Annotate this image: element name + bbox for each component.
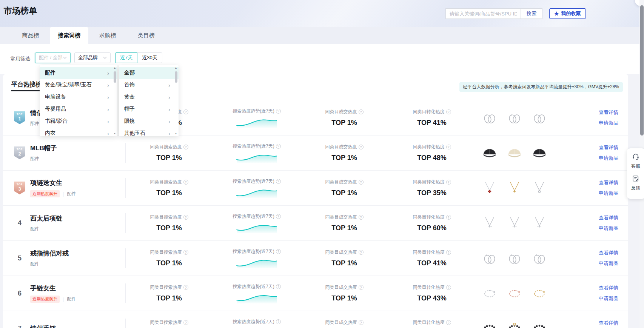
category-l2-item-1[interactable]: 首饰› xyxy=(119,79,179,91)
page-scrollbar-thumb[interactable] xyxy=(640,5,644,136)
cap-black-icon[interactable] xyxy=(479,143,500,163)
apply-new-link[interactable]: 申请新品 xyxy=(599,260,623,267)
apply-new-link[interactable]: 申请新品 xyxy=(599,190,623,197)
help-icon[interactable]: ? xyxy=(183,250,188,255)
scroll-up-icon[interactable]: ▲ xyxy=(114,66,116,70)
help-icon[interactable]: ? xyxy=(276,109,281,114)
customer-service-button[interactable]: 客服 xyxy=(630,153,642,169)
category-l2-item-3[interactable]: 帽子› xyxy=(119,103,179,115)
view-detail-link[interactable]: 查看详情 xyxy=(599,144,623,151)
help-icon[interactable]: ? xyxy=(446,145,451,149)
scroll-up-icon[interactable]: ▲ xyxy=(175,66,177,70)
apply-new-link[interactable]: 申请新品 xyxy=(599,295,623,302)
view-detail-link[interactable]: 查看详情 xyxy=(599,179,623,186)
necklace-orb-icon[interactable] xyxy=(504,213,525,233)
keyword-text[interactable]: 情侣手链 xyxy=(30,324,125,328)
help-icon[interactable]: ? xyxy=(446,215,451,220)
help-icon[interactable]: ? xyxy=(359,145,364,149)
category-l1-item-1[interactable]: 黄金/珠宝/翡翠/玉石› xyxy=(40,79,117,91)
necklace-orb-icon[interactable] xyxy=(529,213,550,233)
cap-beige-icon[interactable] xyxy=(504,143,525,163)
filter-last-7-days[interactable]: 近7天 xyxy=(115,52,137,63)
ring-pair-icon[interactable] xyxy=(529,108,550,128)
help-icon[interactable]: ? xyxy=(276,319,281,324)
view-detail-link[interactable]: 查看详情 xyxy=(599,249,623,256)
bracelet-silver-icon[interactable] xyxy=(479,283,500,303)
category-l1-item-5[interactable]: 内衣› xyxy=(40,127,117,136)
keyword-text[interactable]: 戒指情侣对戒 xyxy=(30,249,125,258)
category-l1-item-2[interactable]: 电脑设备› xyxy=(40,91,117,103)
scrollbar-thumb[interactable] xyxy=(114,71,116,83)
view-detail-link[interactable]: 查看详情 xyxy=(599,109,623,116)
ring-pair-icon[interactable] xyxy=(529,248,550,268)
ring-pair-icon[interactable] xyxy=(504,248,525,268)
bracelet-gold-icon[interactable] xyxy=(529,283,550,303)
help-icon[interactable]: ? xyxy=(276,284,281,289)
apply-new-link[interactable]: 申请新品 xyxy=(599,225,623,232)
tab-product-rank[interactable]: 商品榜 xyxy=(11,27,50,44)
help-icon[interactable]: ? xyxy=(183,145,188,149)
necklace-gold-icon[interactable] xyxy=(504,178,525,198)
necklace-silver-icon[interactable] xyxy=(529,178,550,198)
filter-last-30-days[interactable]: 近30天 xyxy=(137,52,162,63)
category-l1-item-4[interactable]: 书籍/影音› xyxy=(40,115,117,127)
tab-category-rank[interactable]: 类目榜 xyxy=(127,27,165,44)
keyword-text[interactable]: 手链女生 xyxy=(30,284,125,293)
necklace-red-icon[interactable] xyxy=(479,178,500,198)
help-icon[interactable]: ? xyxy=(276,249,281,254)
bracelet-black-icon[interactable] xyxy=(479,318,500,328)
keyword-text[interactable]: 项链送女生 xyxy=(30,179,125,187)
keyword-text[interactable]: 西太后项链 xyxy=(30,214,125,223)
apply-new-link[interactable]: 申请新品 xyxy=(599,155,623,162)
help-icon[interactable]: ? xyxy=(359,250,364,255)
search-input[interactable] xyxy=(445,8,521,19)
bracelet-black-icon[interactable] xyxy=(529,318,550,328)
section-title[interactable]: 平台热搜榜 xyxy=(11,81,42,89)
help-icon[interactable]: ? xyxy=(359,285,364,290)
help-icon[interactable]: ? xyxy=(183,320,188,325)
keyword-text[interactable]: MLB帽子 xyxy=(30,144,125,152)
ring-pair-icon[interactable] xyxy=(504,108,525,128)
tab-search-term-rank[interactable]: 搜索词榜 xyxy=(50,27,88,44)
help-icon[interactable]: ? xyxy=(276,214,281,219)
help-icon[interactable]: ? xyxy=(276,179,281,184)
help-icon[interactable]: ? xyxy=(359,109,364,114)
bracelet-rose-icon[interactable] xyxy=(504,283,525,303)
menu-scrollbar[interactable]: ▲ ▼ xyxy=(174,66,178,136)
help-icon[interactable]: ? xyxy=(183,109,188,114)
scroll-down-icon[interactable]: ▼ xyxy=(114,132,116,136)
scroll-down-icon[interactable]: ▼ xyxy=(175,132,177,136)
menu-scrollbar[interactable]: ▲ ▼ xyxy=(112,66,117,136)
help-icon[interactable]: ? xyxy=(359,320,364,325)
help-icon[interactable]: ? xyxy=(446,180,451,185)
scrollbar-thumb[interactable] xyxy=(175,71,177,83)
tab-purchase-rank[interactable]: 求购榜 xyxy=(88,27,127,44)
help-icon[interactable]: ? xyxy=(446,320,451,325)
ring-pair-icon[interactable] xyxy=(479,108,500,128)
help-icon[interactable]: ? xyxy=(183,285,188,290)
category-l2-item-0[interactable]: 全部 xyxy=(119,67,179,79)
help-icon[interactable]: ? xyxy=(183,180,188,185)
apply-new-link[interactable]: 申请新品 xyxy=(599,120,623,126)
category-l1-item-3[interactable]: 母婴用品› xyxy=(40,103,117,115)
bracelet-beads-icon[interactable] xyxy=(504,318,525,328)
help-icon[interactable]: ? xyxy=(359,180,364,185)
view-detail-link[interactable]: 查看详情 xyxy=(599,285,623,291)
category-l2-item-5[interactable]: 其他玉石› xyxy=(119,127,179,136)
ring-pair-icon[interactable] xyxy=(479,248,500,268)
help-icon[interactable]: ? xyxy=(446,285,451,290)
help-icon[interactable]: ? xyxy=(446,109,451,114)
category-select[interactable]: 配件 / 全部 xyxy=(35,52,71,63)
necklace-orb-icon[interactable] xyxy=(479,213,500,233)
help-icon[interactable]: ? xyxy=(183,215,188,220)
category-l2-item-4[interactable]: 眼镜› xyxy=(119,115,179,127)
brand-select[interactable]: 全部品牌 xyxy=(74,52,111,63)
category-l1-item-0[interactable]: 配件› xyxy=(40,67,117,79)
help-icon[interactable]: ? xyxy=(359,215,364,220)
feedback-button[interactable]: 反馈 xyxy=(630,175,642,191)
view-detail-link[interactable]: 查看详情 xyxy=(599,214,623,221)
category-l2-item-2[interactable]: 黄金› xyxy=(119,91,179,103)
help-icon[interactable]: ? xyxy=(276,144,281,149)
cap-black-icon[interactable] xyxy=(529,143,550,163)
help-icon[interactable]: ? xyxy=(446,250,451,255)
